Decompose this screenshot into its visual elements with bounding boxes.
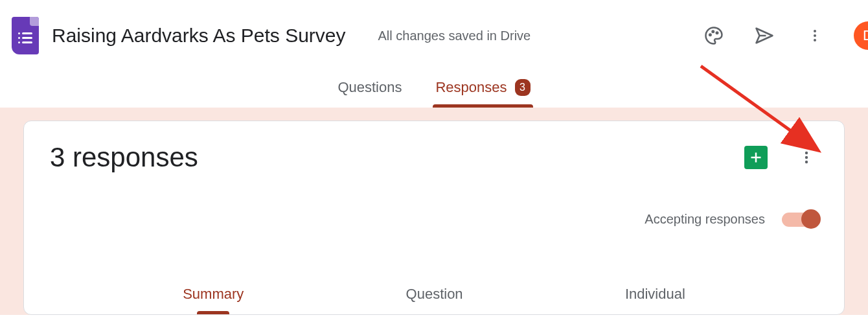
more-vert-icon <box>807 28 823 43</box>
responses-count-title: 3 responses <box>50 142 198 173</box>
accepting-responses-label: Accepting responses <box>645 212 765 227</box>
sheets-icon <box>749 151 762 164</box>
svg-point-10 <box>805 156 808 159</box>
header-actions: D <box>702 21 868 50</box>
forms-logo-icon[interactable] <box>12 17 39 54</box>
svg-point-0 <box>709 34 711 36</box>
responses-sub-tabs: Summary Question Individual <box>50 274 818 314</box>
svg-point-9 <box>805 152 808 154</box>
tab-responses[interactable]: Responses 3 <box>433 71 532 108</box>
main-tabs: Questions Responses 3 <box>0 71 868 108</box>
send-icon <box>755 26 774 45</box>
responses-card: 3 responses Accepting responses <box>23 121 845 315</box>
palette-icon <box>704 26 724 45</box>
send-button[interactable] <box>753 24 776 47</box>
svg-point-1 <box>713 31 714 33</box>
accepting-responses-toggle[interactable] <box>782 213 818 227</box>
card-actions <box>744 146 818 169</box>
accepting-responses-row: Accepting responses <box>50 212 818 227</box>
more-options-button[interactable] <box>803 24 827 47</box>
save-status: All changes saved in Drive <box>378 29 531 43</box>
form-title[interactable]: Raising Aardvarks As Pets Survey <box>52 25 346 47</box>
more-vert-icon <box>799 150 814 165</box>
tab-questions[interactable]: Questions <box>335 71 404 108</box>
create-spreadsheet-button[interactable] <box>744 146 768 169</box>
sub-tab-individual[interactable]: Individual <box>620 274 691 314</box>
responses-count-badge: 3 <box>515 79 531 96</box>
sub-tab-summary[interactable]: Summary <box>177 274 249 314</box>
content-area: 3 responses Accepting responses <box>0 108 868 315</box>
tab-responses-label: Responses <box>435 79 507 96</box>
svg-point-2 <box>716 32 718 34</box>
svg-point-5 <box>814 34 816 37</box>
svg-point-6 <box>814 39 816 41</box>
svg-point-4 <box>814 30 816 32</box>
svg-point-11 <box>805 161 808 163</box>
sub-tab-question[interactable]: Question <box>401 274 468 314</box>
card-header: 3 responses <box>50 142 818 173</box>
responses-more-button[interactable] <box>795 146 818 169</box>
customize-theme-button[interactable] <box>702 24 725 47</box>
app-header: Raising Aardvarks As Pets Survey All cha… <box>0 0 868 71</box>
account-avatar[interactable]: D <box>854 21 868 50</box>
